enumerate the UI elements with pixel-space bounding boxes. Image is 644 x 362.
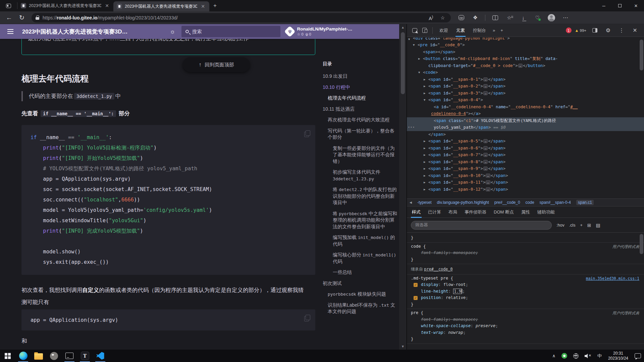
row-menu-dots[interactable]: ••• [408, 124, 415, 131]
css-property[interactable]: white-space-collapse: preserve; [411, 323, 644, 329]
expand-ellipsis-button[interactable]: … [518, 64, 523, 68]
expand-ellipsis-button[interactable]: … [483, 167, 488, 171]
styles-tab-布局[interactable]: 布局 [445, 206, 461, 218]
css-rule[interactable]: code {用户代理样式表font-family: monospace;} [407, 243, 644, 264]
dom-tree-row[interactable]: ▶<button class="md-clipboard md-icon" ti… [407, 55, 644, 62]
dom-tree-row[interactable]: ▶<span id="__span-0-8">…</span> [407, 159, 644, 166]
dom-tree-row[interactable]: ▼<span id="__span-0-4"> [407, 97, 644, 104]
devtools-tab-欢迎[interactable]: 欢迎 [435, 24, 452, 37]
expand-arrow-icon[interactable]: ▶ [424, 165, 425, 172]
taskbar-gimp[interactable] [46, 350, 62, 362]
scrollbar-up-arrow[interactable]: ▲ [399, 25, 407, 29]
css-property[interactable]: ✓display: flow-root; [411, 282, 644, 288]
styles-scrollbar-thumb[interactable] [640, 234, 643, 254]
expand-ellipsis-button[interactable]: … [486, 187, 490, 191]
lock-icon[interactable] [36, 15, 39, 20]
toc-item[interactable]: 梳理去年代码流程 [328, 95, 398, 102]
dock-side-icon[interactable] [590, 26, 600, 35]
taskbar-edge[interactable] [15, 350, 31, 362]
tab-close-icon[interactable]: ✕ [104, 3, 110, 9]
toc-item[interactable]: 将 pyorbbecsdk 中之前编写和整理的相机调用功能和分割算法的文件整合到… [333, 210, 398, 230]
toggle-hover-state[interactable]: :hov [556, 223, 565, 228]
expand-ellipsis-button[interactable]: … [486, 180, 490, 184]
dom-tree-row[interactable]: yolov5_yaml_path</span> == $0••• [407, 124, 644, 131]
inherited-target-link[interactable]: pre#__code_0 [424, 267, 452, 272]
devtools-menu-icon[interactable]: ⋮ [616, 26, 627, 35]
breadcrumb-item[interactable]: code [526, 200, 534, 205]
expand-arrow-icon[interactable]: ▶ [424, 152, 425, 159]
dom-tree-row[interactable]: ▶<span id="__span-0-5">…</span> [407, 138, 644, 145]
dom-tree-row[interactable]: <span class="c1"># YOLOV5模型配置文件(YAML格式)的… [407, 117, 644, 124]
dom-tree-row[interactable]: ▶<span id="__span-0-6">…</span> [407, 145, 644, 152]
hamburger-menu-icon[interactable] [7, 31, 13, 32]
css-rule[interactable]: pre {用户代理样式表font-family: monospace;white… [407, 309, 644, 344]
styles-tab-辅助功能[interactable]: 辅助功能 [534, 206, 558, 218]
scrollbar-down-arrow[interactable]: ▼ [399, 345, 407, 348]
toggle-class-editor[interactable]: .cls [569, 223, 576, 228]
css-property[interactable]: font-family: monospace; [411, 250, 644, 256]
breadcrumb-item[interactable]: span.c1 [576, 200, 594, 205]
tray-expand-chevron[interactable]: ∧ [549, 350, 558, 362]
taskbar-file-explorer[interactable] [31, 350, 46, 362]
browser-tab-1[interactable]: 2023中国机器人大赛先进视觉专项赛3D…✕ [17, 0, 113, 11]
url-text[interactable]: https://ronald-luo.gitee.io/mypamphlet-b… [43, 15, 423, 20]
property-checkbox[interactable]: ✓ [414, 296, 418, 300]
toc-item[interactable]: 编写核心部分 init_model1() 代码 [333, 252, 398, 265]
styles-tab-已计算[interactable]: 已计算 [424, 206, 445, 218]
breadcrumb-item[interactable]: span#__span-0-4 [540, 200, 571, 205]
expand-ellipsis-button[interactable]: … [483, 139, 488, 143]
dom-tree-row[interactable]: ▶<span id="__span-0-12">…</span> [407, 186, 644, 193]
ime-indicator[interactable]: 中 [594, 350, 605, 362]
expand-arrow-icon[interactable]: ▶ [424, 138, 425, 145]
taskbar-typora[interactable]: T [77, 350, 93, 362]
read-aloud-icon[interactable]: A) [427, 14, 435, 21]
toc-item[interactable]: pyorbbecsdk 模块缺失问题 [328, 291, 398, 298]
refresh-button[interactable]: ↻ [17, 13, 27, 23]
scrollbar-thumb[interactable] [401, 32, 405, 94]
css-property[interactable]: text-wrap: nowrap; [411, 329, 644, 336]
dom-tree-row[interactable]: ▶<span id="__span-0-1">…</span> [407, 76, 644, 83]
favorite-star-icon[interactable]: ☆ [438, 15, 447, 20]
page-scrollbar[interactable]: ▲ ▼ [399, 24, 407, 350]
tab-close-icon[interactable]: ✕ [200, 3, 206, 9]
expand-ellipsis-button[interactable]: … [483, 77, 488, 81]
repo-info[interactable]: ψ RonaldLN/MyPamphlet-… ☆ 0 ψ 0 [286, 26, 353, 37]
error-count-badge[interactable]: 1 [566, 27, 572, 33]
close-button[interactable]: ✕ [628, 0, 644, 11]
styles-tab-事件侦听器[interactable]: 事件侦听器 [461, 206, 490, 218]
collapse-arrow-icon[interactable]: ▼ [413, 42, 415, 49]
property-checkbox[interactable]: ✓ [414, 283, 418, 287]
toc-item[interactable]: 再次梳理去年代码的大致流程 [328, 117, 398, 123]
more-tabs-icon[interactable]: » [490, 28, 498, 33]
expand-arrow-icon[interactable]: ▶ [424, 172, 425, 179]
copilot-icon[interactable] [455, 13, 467, 23]
collapse-arrow-icon[interactable]: ▼ [408, 38, 410, 42]
styles-tab-DOM 断点[interactable]: DOM 断点 [490, 206, 518, 218]
toc-item[interactable]: 10.10 行程中 [323, 84, 398, 91]
styles-tab-样式[interactable]: 样式 [408, 206, 424, 218]
toc-item[interactable]: 写代码（第一轮比赛），整合各个部分 [328, 128, 398, 141]
toc-item[interactable]: 初步编写主体代码文件 3ddetect_1.23.py [333, 169, 398, 182]
expand-arrow-icon[interactable]: ▶ [424, 179, 425, 186]
expand-ellipsis-button[interactable]: … [486, 174, 490, 178]
expand-ellipsis-button[interactable]: … [483, 146, 488, 150]
css-property[interactable]: font-family: monospace; [411, 316, 644, 323]
breadcrumb-scroll-left-icon[interactable]: ◀ [410, 201, 412, 204]
expand-arrow-icon[interactable]: ▶ [424, 83, 425, 90]
property-value-editbox[interactable]: 1.9 [453, 289, 462, 294]
devtools-close-icon[interactable]: ✕ [630, 26, 640, 35]
css-source-link[interactable]: main.35e1ed30.min.css:1 [586, 276, 639, 282]
taskbar-terminal[interactable] [62, 350, 77, 362]
taskbar-clock[interactable]: 20:31 2023/10/24 [605, 351, 632, 361]
expand-ellipsis-button[interactable]: … [483, 91, 488, 95]
expand-arrow-icon[interactable]: ▶ [424, 159, 425, 166]
toc-item[interactable]: 10.11 抵达酒店 [323, 106, 398, 113]
toc-item[interactable]: 10.9 出发日 [323, 73, 398, 80]
toc-item[interactable]: 初次测试 [323, 280, 398, 287]
expand-arrow-icon[interactable]: ▶ [424, 90, 425, 97]
browser-essentials-icon[interactable]: ♡ [532, 13, 543, 23]
expand-ellipsis-button[interactable]: … [483, 84, 488, 88]
tray-green-app-icon[interactable] [558, 350, 570, 362]
toc-item[interactable]: 复制一些必要部分的文件（为了基本能使得能够运行不会报错） [333, 145, 398, 165]
grid-overlay-icon[interactable]: ⊞ [587, 223, 591, 228]
